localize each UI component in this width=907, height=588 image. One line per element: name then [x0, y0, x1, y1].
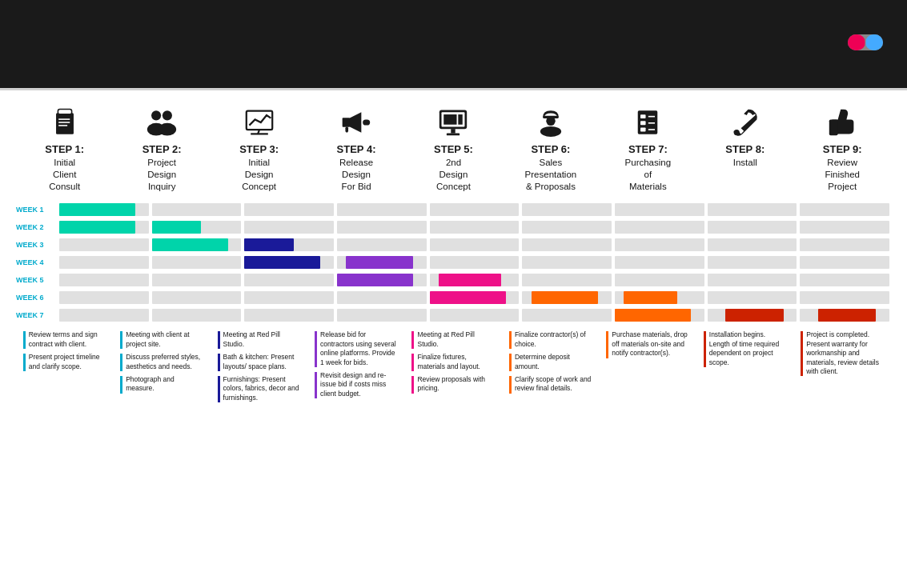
step-number-1: STEP 1:	[45, 144, 84, 155]
svg-rect-4	[56, 113, 74, 134]
gantt-cell-r1-c7	[615, 203, 704, 216]
gantt-cell-r2-c7	[615, 221, 704, 234]
step-icon-8	[731, 108, 760, 141]
step-col-6: STEP 6:Sales Presentation & Proposals	[507, 108, 595, 193]
step-col-8: STEP 8:Install	[701, 108, 789, 169]
week-label-7: WEEK 7	[16, 306, 58, 324]
gantt-cell-r1-c6	[522, 203, 612, 216]
note-item-9-1: Project is completed. Present warranty f…	[801, 330, 884, 376]
gantt-bar-r6-c7	[624, 291, 677, 304]
gantt-cell-r1-c4	[337, 203, 427, 216]
note-text-5-3: Review proposals with pricing.	[417, 375, 495, 394]
note-item-8-1: Installation begins. Length of time requ…	[704, 330, 787, 367]
step-col-7: STEP 7:Purchasing of Materials	[604, 108, 692, 193]
note-item-2-2: Discuss preferred styles, aesthetics and…	[120, 353, 203, 371]
step-title-3: Initial Design Concept	[242, 157, 276, 193]
svg-rect-6	[58, 110, 71, 114]
step-icon-3	[245, 108, 274, 141]
gantt-bar-r3-c3	[244, 238, 293, 251]
step-number-2: STEP 2:	[142, 144, 182, 155]
note-item-1-2: Present project timeline and clarify sco…	[23, 353, 106, 371]
note-bar-3-2	[218, 354, 220, 371]
gantt-cell-r3-c3	[244, 238, 334, 251]
steps-row: STEP 1:Initial Client Consult STEP 2:Pro…	[16, 102, 891, 198]
gantt-cell-r6-c1	[59, 291, 149, 304]
gantt-cell-r5-c6	[522, 274, 612, 286]
svg-rect-2	[865, 34, 883, 50]
gantt-bar-r2-c1	[59, 221, 135, 234]
app-container: STEP 1:Initial Client Consult STEP 2:Pro…	[0, 0, 907, 588]
gantt-row-3	[58, 236, 891, 254]
gantt-cell-r6-c9	[800, 291, 889, 304]
pill-icon	[848, 34, 883, 50]
gantt-cell-r2-c6	[522, 221, 612, 234]
step-icon-6	[536, 108, 565, 141]
notes-section: Review terms and sign contract with clie…	[16, 330, 891, 587]
gantt-cell-r4-c1	[59, 256, 149, 269]
note-bar-3-1	[218, 331, 220, 349]
gantt-bar-r1-c1	[59, 203, 135, 216]
note-text-7-1: Purchase materials, drop off materials o…	[612, 330, 689, 358]
note-col-1: Review terms and sign contract with clie…	[21, 330, 109, 587]
step-number-5: STEP 5:	[434, 144, 473, 155]
gantt-cell-r3-c1	[59, 238, 149, 251]
step-title-2: Project Design Inquiry	[147, 157, 176, 193]
gantt-cell-r2-c5	[430, 221, 520, 234]
note-text-6-2: Determine deposit amount.	[515, 353, 592, 371]
gantt-cell-r1-c3	[244, 203, 334, 216]
note-bar-3-3	[218, 376, 220, 402]
note-bar-5-2	[411, 354, 414, 371]
gantt-cell-r4-c8	[708, 256, 797, 269]
gantt-cell-r6-c5	[430, 291, 520, 304]
gantt-cell-r6-c8	[708, 291, 797, 304]
gantt-cell-r1-c9	[800, 203, 889, 216]
note-col-8: Installation begins. Length of time requ…	[701, 330, 789, 587]
gantt-row-1	[58, 201, 891, 218]
gantt-cell-r4-c4	[337, 256, 427, 269]
svg-rect-19	[343, 118, 350, 127]
step-icon-2	[146, 108, 177, 141]
gantt-cell-r6-c3	[244, 291, 334, 304]
step-icon-7	[633, 108, 662, 141]
gantt-cell-r6-c7	[615, 291, 704, 304]
note-bar-8-1	[704, 331, 706, 367]
svg-point-10	[151, 110, 161, 120]
step-icon-1	[50, 108, 79, 141]
svg-point-30	[540, 126, 561, 137]
note-text-4-2: Revisit design and re-issue bid if costs…	[320, 371, 398, 398]
note-text-6-1: Finalize contractor(s) of choice.	[515, 330, 592, 349]
week-label-2: WEEK 2	[16, 218, 58, 236]
note-text-5-1: Meeting at Red Pill Studio.	[417, 330, 495, 349]
gantt-cell-r2-c1	[59, 221, 149, 234]
gantt-cell-r4-c3	[244, 256, 334, 269]
note-item-3-1: Meeting at Red Pill Studio.	[218, 330, 301, 349]
gantt-cell-r1-c1	[59, 203, 149, 216]
note-col-4: Release bid for contractors using severa…	[312, 330, 400, 587]
step-col-9: STEP 9:Review Finished Project	[798, 108, 886, 193]
note-item-5-3: Review proposals with pricing.	[411, 375, 495, 394]
note-text-2-2: Discuss preferred styles, aesthetics and…	[126, 353, 203, 371]
gantt-row-5	[58, 271, 891, 289]
note-item-7-1: Purchase materials, drop off materials o…	[606, 330, 689, 358]
gantt-cell-r5-c8	[708, 274, 797, 286]
note-text-5-2: Finalize fixtures, materials and layout.	[417, 353, 495, 371]
gantt-grid	[58, 201, 891, 324]
gantt-bar-r3-c2	[152, 238, 228, 251]
note-item-5-2: Finalize fixtures, materials and layout.	[411, 353, 495, 371]
step-col-4: STEP 4:Release Design For Bid	[312, 108, 400, 193]
note-text-9-1: Project is completed. Present warranty f…	[806, 330, 884, 376]
note-bar-7-1	[606, 331, 608, 358]
svg-rect-25	[459, 114, 463, 125]
gantt-cell-r5-c4	[337, 274, 427, 286]
gantt-cell-r6-c4	[337, 291, 427, 304]
note-bar-4-1	[315, 331, 317, 367]
gantt-cell-r3-c7	[615, 238, 704, 251]
note-item-1-1: Review terms and sign contract with clie…	[23, 330, 106, 349]
step-title-6: Sales Presentation & Proposals	[525, 157, 577, 193]
gantt-cell-r2-c9	[800, 221, 889, 234]
step-icon-5	[438, 108, 468, 141]
svg-rect-21	[345, 126, 348, 132]
gantt-cell-r4-c7	[615, 256, 704, 269]
gantt-cell-r2-c2	[152, 221, 242, 234]
logo-area	[848, 34, 883, 54]
